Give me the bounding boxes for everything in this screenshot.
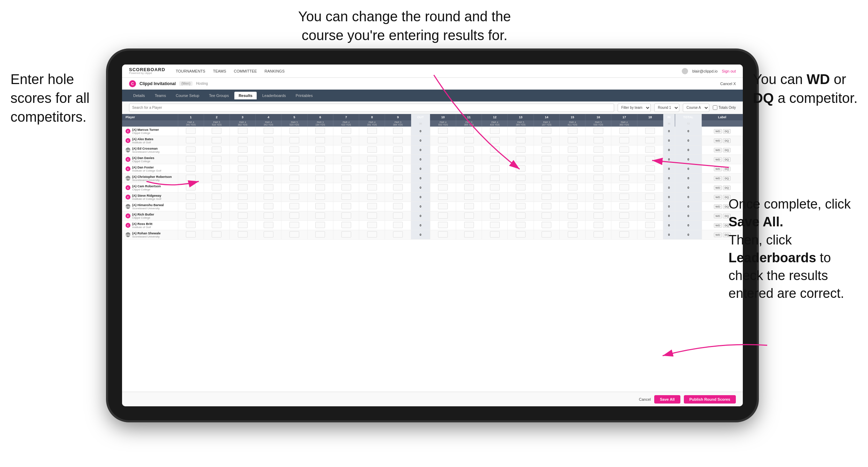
hole-3-input[interactable] [238, 231, 248, 238]
dq-button[interactable]: DQ [723, 176, 731, 181]
hole-12-input[interactable] [490, 231, 500, 238]
hole-4-input[interactable] [264, 156, 273, 162]
hole-12-input[interactable] [490, 128, 500, 134]
hole-2-input[interactable] [212, 231, 221, 238]
tab-results[interactable]: Results [234, 92, 257, 99]
hole-7-input[interactable] [341, 137, 351, 143]
hole-3-input[interactable] [238, 137, 248, 143]
hole-16-input[interactable] [594, 175, 603, 181]
hole-15-input[interactable] [568, 146, 578, 153]
hole-14-input[interactable] [542, 222, 551, 228]
hole-9-input[interactable] [393, 203, 403, 209]
hole-16-input[interactable] [594, 128, 603, 134]
hole-17-input[interactable] [619, 184, 629, 190]
hole-5-input[interactable] [289, 231, 299, 238]
totals-only-checkbox[interactable] [713, 105, 717, 110]
hole-11-input[interactable] [464, 212, 474, 219]
hole-16-input[interactable] [594, 194, 603, 200]
hole-4-input[interactable] [264, 184, 273, 190]
hole-15-input[interactable] [568, 128, 578, 134]
nav-committee[interactable]: COMMITTEE [234, 69, 257, 73]
hole-5-input[interactable] [289, 156, 299, 162]
dq-button[interactable]: DQ [723, 129, 731, 134]
hole-15-input[interactable] [568, 156, 578, 162]
hole-2-input[interactable] [212, 156, 221, 162]
hole-13-input[interactable] [516, 184, 526, 190]
tab-teams[interactable]: Teams [151, 92, 170, 99]
hole-4-input[interactable] [264, 231, 273, 238]
hole-7-input[interactable] [341, 203, 351, 209]
hole-5-input[interactable] [289, 212, 299, 219]
hole-14-input[interactable] [542, 128, 551, 134]
hole-15-input[interactable] [568, 203, 578, 209]
wd-button[interactable]: WD [714, 138, 722, 143]
hole-15-input[interactable] [568, 184, 578, 190]
hole-18-input[interactable] [645, 165, 655, 172]
hole-4-input[interactable] [264, 222, 273, 228]
hole-14-input[interactable] [542, 175, 551, 181]
wd-button[interactable]: WD [714, 148, 722, 152]
hole-7-input[interactable] [341, 231, 351, 238]
nav-rankings[interactable]: RANKINGS [265, 69, 285, 73]
hole-16-input[interactable] [594, 146, 603, 153]
hole-12-input[interactable] [490, 137, 500, 143]
dq-button[interactable]: DQ [723, 186, 731, 190]
hole-6-input[interactable] [315, 203, 325, 209]
hole-2-input[interactable] [212, 128, 221, 134]
hole-4-input[interactable] [264, 175, 273, 181]
hole-8-input[interactable] [367, 203, 377, 209]
hole-3-input[interactable] [238, 212, 248, 219]
hole-9-input[interactable] [393, 184, 403, 190]
hole-13-input[interactable] [516, 222, 526, 228]
hole-16-input[interactable] [594, 212, 603, 219]
publish-round-button[interactable]: Publish Round Scores [684, 395, 736, 404]
save-all-button[interactable]: Save All [654, 395, 680, 404]
tab-course-setup[interactable]: Course Setup [172, 92, 203, 99]
hole-11-input[interactable] [464, 137, 474, 143]
hole-8-input[interactable] [367, 137, 377, 143]
hole-2-input[interactable] [212, 194, 221, 200]
hole-5-input[interactable] [289, 194, 299, 200]
hole-9-input[interactable] [393, 128, 403, 134]
hole-4-input[interactable] [264, 203, 273, 209]
hole-4-input[interactable] [264, 128, 273, 134]
hole-4-input[interactable] [264, 194, 273, 200]
hole-8-input[interactable] [367, 146, 377, 153]
hole-17-input[interactable] [619, 212, 629, 219]
hole-18-input[interactable] [645, 203, 655, 209]
hole-17-input[interactable] [619, 175, 629, 181]
hole-14-input[interactable] [542, 146, 551, 153]
hole-10-input[interactable] [438, 184, 448, 190]
hole-7-input[interactable] [341, 212, 351, 219]
hole-16-input[interactable] [594, 203, 603, 209]
wd-button[interactable]: WD [714, 204, 722, 209]
hole-9-input[interactable] [393, 156, 403, 162]
tab-tee-groups[interactable]: Tee Groups [205, 92, 233, 99]
hole-16-input[interactable] [594, 222, 603, 228]
hole-2-input[interactable] [212, 137, 221, 143]
wd-button[interactable]: WD [714, 167, 722, 171]
hole-18-input[interactable] [645, 146, 655, 153]
hole-7-input[interactable] [341, 156, 351, 162]
hole-9-input[interactable] [393, 137, 403, 143]
filter-team-select[interactable]: Filter by team [618, 104, 651, 112]
hole-10-input[interactable] [438, 156, 448, 162]
hole-1-input[interactable] [186, 137, 196, 143]
hole-10-input[interactable] [438, 128, 448, 134]
hole-18-input[interactable] [645, 137, 655, 143]
hole-14-input[interactable] [542, 212, 551, 219]
hole-12-input[interactable] [490, 146, 500, 153]
hole-7-input[interactable] [341, 165, 351, 172]
hole-1-input[interactable] [186, 194, 196, 200]
hole-11-input[interactable] [464, 146, 474, 153]
hole-15-input[interactable] [568, 212, 578, 219]
hole-14-input[interactable] [542, 184, 551, 190]
hole-1-input[interactable] [186, 165, 196, 172]
hole-3-input[interactable] [238, 128, 248, 134]
hole-13-input[interactable] [516, 156, 526, 162]
course-select[interactable]: Course A [683, 104, 709, 112]
hole-13-input[interactable] [516, 194, 526, 200]
hole-3-input[interactable] [238, 184, 248, 190]
hole-6-input[interactable] [315, 175, 325, 181]
search-input[interactable] [129, 104, 614, 112]
